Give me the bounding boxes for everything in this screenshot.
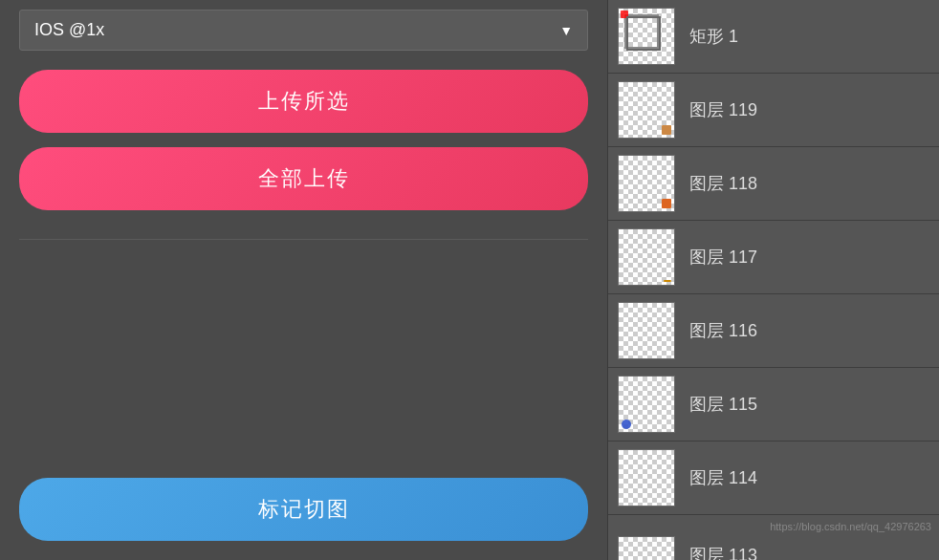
list-item[interactable]: 图层 116: [608, 294, 939, 368]
left-panel: IOS @1x ▼ 上传所选 全部上传 标记切图: [0, 0, 608, 560]
upload-all-button[interactable]: 全部上传: [19, 147, 588, 210]
spacer: [19, 254, 588, 478]
upload-selected-button[interactable]: 上传所选: [19, 70, 588, 133]
divider: [19, 239, 588, 240]
dropdown-label: IOS @1x: [34, 20, 104, 40]
right-panel: 矩形 1 图层 119 图层 118 图层 117 图层 116 图层 115: [608, 0, 939, 560]
layer-name: 图层 117: [689, 246, 757, 269]
layer-thumbnail: [618, 81, 675, 139]
chevron-down-icon: ▼: [559, 23, 573, 38]
layer-thumbnail: [618, 302, 675, 359]
list-item[interactable]: 图层 115: [608, 368, 939, 442]
list-item[interactable]: 图层 118: [608, 147, 939, 221]
layer-name: 图层 118: [689, 172, 757, 195]
layer-thumbnail: [618, 536, 675, 560]
layer-name: 图层 115: [689, 393, 757, 416]
layer-thumbnail: [618, 376, 675, 433]
layer-name: 图层 119: [689, 98, 757, 121]
list-item[interactable]: 图层 114: [608, 442, 939, 515]
layer-name: 图层 116: [689, 319, 757, 342]
layer-thumbnail: [618, 155, 675, 212]
layer-thumbnail: [618, 8, 675, 65]
list-item[interactable]: 图层 117: [608, 221, 939, 294]
layer-name: 矩形 1: [689, 25, 738, 48]
mark-slice-button[interactable]: 标记切图: [19, 478, 588, 541]
layer-name: 图层 113: [689, 544, 757, 561]
preset-dropdown[interactable]: IOS @1x ▼: [19, 10, 588, 51]
layer-name: 图层 114: [689, 466, 757, 489]
layer-thumbnail: [618, 449, 675, 506]
list-item[interactable]: 图层 119: [608, 74, 939, 147]
list-item[interactable]: 矩形 1: [608, 0, 939, 74]
watermark: https://blog.csdn.net/qq_42976263: [608, 515, 939, 536]
layer-thumbnail: [618, 228, 675, 286]
list-item[interactable]: 图层 113: [608, 536, 939, 560]
